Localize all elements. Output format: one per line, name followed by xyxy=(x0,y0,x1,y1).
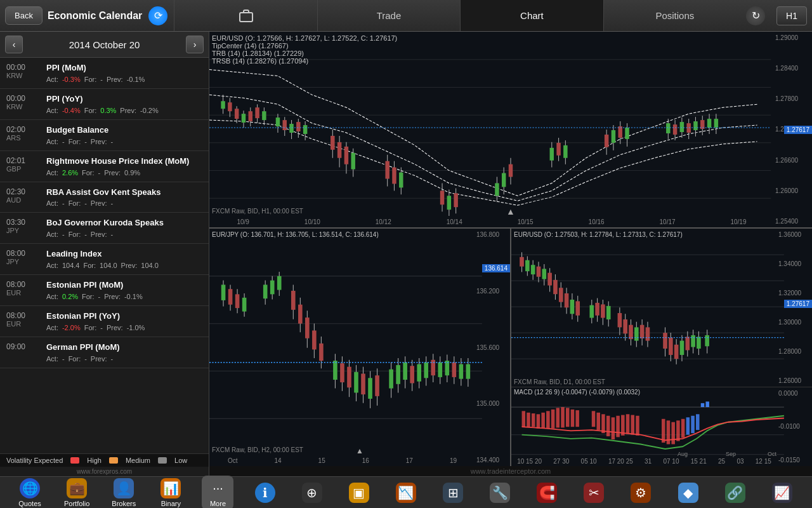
toolbar-brokers[interactable]: 👤 Brokers xyxy=(108,478,140,507)
back-button[interactable]: Back xyxy=(5,6,43,25)
svg-rect-250 xyxy=(691,415,695,432)
svg-rect-127 xyxy=(368,378,372,399)
timeframe-button[interactable]: H1 xyxy=(776,6,807,25)
list-item[interactable]: 02:30 AUD RBA Assist Gov Kent Speaks Act… xyxy=(0,182,209,213)
svg-rect-149 xyxy=(452,363,457,377)
tab-trade[interactable]: Trade xyxy=(317,0,460,31)
prev-date-button[interactable]: ‹ xyxy=(5,36,23,53)
svg-rect-97 xyxy=(235,294,240,308)
svg-rect-167 xyxy=(537,267,541,277)
event-for-label: For: xyxy=(84,76,97,83)
eurjpy-h2-chart[interactable]: EUR/JPY (O: 136.701, H: 136.705, L: 136.… xyxy=(209,229,511,466)
eurusd-d1-chart[interactable]: EUR/USD (O: 1.27503, H: 1.27784, L: 1.27… xyxy=(511,229,812,387)
event-act-value: - xyxy=(62,138,65,145)
bottom-toolbar: 🌐 Quotes 💼 Portfolio 👤 Brokers 📊 Binary … xyxy=(0,476,812,508)
svg-rect-234 xyxy=(592,411,596,427)
svg-rect-28 xyxy=(296,122,300,131)
event-for-label: For: xyxy=(69,138,81,145)
svg-rect-199 xyxy=(640,325,645,338)
svg-rect-99 xyxy=(242,298,247,312)
svg-rect-52 xyxy=(495,183,499,196)
list-item[interactable]: 08:00 EUR Estonian PPI (MoM) Act: 0.2% F… xyxy=(0,275,209,306)
eurjpy-price-badge: 136.614 xyxy=(482,264,510,272)
svg-rect-249 xyxy=(686,417,690,434)
brokers-icon: 👤 xyxy=(114,478,134,498)
event-act-value: 2.6% xyxy=(62,169,78,177)
svg-rect-246 xyxy=(671,422,675,444)
event-prev-value: 0.9% xyxy=(124,169,140,177)
macd-chart[interactable]: MACD (12 26 9) (-0.0047) (-0.0079) (0.00… xyxy=(511,387,812,466)
toolbar-binary[interactable]: 📊 Binary xyxy=(155,478,187,507)
svg-rect-86 xyxy=(714,119,718,128)
svg-rect-201 xyxy=(646,327,650,340)
volatility-medium-label: Medium xyxy=(126,457,150,464)
event-act-label: Act: xyxy=(46,231,58,238)
svg-rect-205 xyxy=(669,338,673,355)
svg-rect-119 xyxy=(340,363,344,382)
toolbar-magnet[interactable]: 🧲 xyxy=(531,483,563,503)
app-title: Economic Calendar xyxy=(48,10,142,22)
refresh-button[interactable]: ↻ xyxy=(746,6,765,25)
tab-chart[interactable]: Chart xyxy=(460,0,603,31)
event-for-value: - xyxy=(98,293,101,300)
event-act-value: 104.4 xyxy=(62,262,80,269)
toolbar-crosshair[interactable]: ⊕ xyxy=(296,483,328,503)
list-item[interactable]: 00:00 KRW PPI (YoY) Act: -0.4% For: 0.3%… xyxy=(0,89,209,120)
svg-rect-123 xyxy=(354,372,358,393)
svg-rect-177 xyxy=(565,293,569,307)
toolbar-scissors[interactable]: ✂ xyxy=(578,483,610,503)
tab-positions[interactable]: Positions xyxy=(603,0,746,31)
svg-rect-74 xyxy=(673,124,677,135)
svg-rect-233 xyxy=(575,410,579,427)
svg-rect-181 xyxy=(575,301,580,315)
event-name: Estonian PPI (MoM) xyxy=(46,280,202,291)
toolbar-more[interactable]: ··· More xyxy=(202,476,233,509)
event-for-value: - xyxy=(84,199,87,207)
list-item[interactable]: 02:00 ARS Budget Balance Act: - For: - P… xyxy=(0,120,209,151)
eurusd-h1-chart[interactable]: EUR/USD (O: 1.27566, H: 1.27627, L: 1.27… xyxy=(209,32,812,229)
next-date-button[interactable]: › xyxy=(186,36,204,53)
event-prev-label: Prev: xyxy=(91,231,107,238)
eurusd-fxcm-label: FXCM Raw, BID, H1, 00:00 EST xyxy=(212,208,303,215)
svg-rect-133 xyxy=(396,365,400,384)
sync-icon[interactable]: ⟳ xyxy=(148,6,167,25)
scroll-indicator: ▲ xyxy=(506,206,515,217)
svg-rect-95 xyxy=(228,289,233,304)
event-prev-label: Prev: xyxy=(104,169,121,177)
toolbar-info[interactable]: ℹ xyxy=(249,483,281,503)
svg-rect-147 xyxy=(445,361,449,375)
toolbar-tools2[interactable]: ⚙ xyxy=(625,483,657,503)
svg-rect-215 xyxy=(697,337,701,349)
chart-area: EUR/USD (O: 1.27566, H: 1.27627, L: 1.27… xyxy=(209,32,812,476)
toolbar-portfolio[interactable]: 💼 Portfolio xyxy=(61,478,93,507)
event-prev-label: Prev: xyxy=(91,199,107,207)
toolbar-chart-type[interactable]: 📉 xyxy=(390,483,422,503)
list-item[interactable]: 08:00 JPY Leading Index Act: 104.4 For: … xyxy=(0,244,209,275)
list-item[interactable]: 08:00 EUR Estonian PPI (YoY) Act: -2.0% … xyxy=(0,306,209,337)
event-for-label: For: xyxy=(69,199,81,207)
toolbar-link[interactable]: 🔗 xyxy=(719,483,751,503)
toolbar-settings[interactable]: 🔧 xyxy=(484,483,516,503)
list-item[interactable]: 09:00 German PPI (MoM) Act: - For: - Pre… xyxy=(0,337,209,368)
svg-rect-213 xyxy=(691,335,695,347)
macd-time-axis: 10 15 20 27 30 05 10 17 20 25 31 07 10 1… xyxy=(511,456,777,466)
svg-rect-237 xyxy=(606,415,610,436)
list-item[interactable]: 00:00 KRW PPI (MoM) Act: -0.3% For: - Pr… xyxy=(0,58,209,89)
toolbar-diamond[interactable]: ◆ xyxy=(672,483,704,503)
list-item[interactable]: 03:30 JPY BoJ Governor Kuroda Speaks Act… xyxy=(0,213,209,244)
event-prev-label: Prev: xyxy=(91,355,107,363)
toolbar-quotes[interactable]: 🌐 Quotes xyxy=(14,478,46,507)
toolbar-candle[interactable]: 📈 xyxy=(766,483,798,503)
svg-rect-228 xyxy=(551,409,555,428)
svg-rect-173 xyxy=(553,280,558,294)
list-item[interactable]: 02:01 GBP Rightmove House Price Index (M… xyxy=(0,151,209,182)
svg-rect-151 xyxy=(459,364,464,379)
svg-rect-171 xyxy=(547,273,552,286)
toolbar-grid[interactable]: ⊞ xyxy=(437,483,469,503)
svg-rect-224 xyxy=(532,413,535,427)
toolbar-order[interactable]: ▣ xyxy=(343,483,375,503)
svg-rect-153 xyxy=(466,364,471,379)
svg-rect-191 xyxy=(618,313,622,327)
event-time: 08:00 xyxy=(6,280,41,289)
tab-portfolio[interactable] xyxy=(174,0,317,31)
